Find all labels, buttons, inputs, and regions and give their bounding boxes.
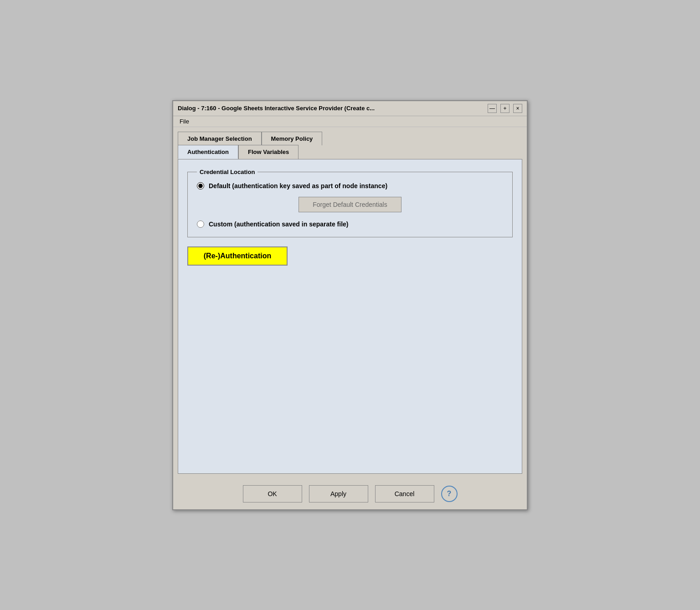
radio-option-default[interactable]: Default (authentication key saved as par… (197, 182, 503, 190)
title-bar-buttons: — + × (488, 104, 522, 113)
radio-default-label: Default (authentication key saved as par… (209, 182, 387, 190)
cancel-button[interactable]: Cancel (375, 485, 434, 502)
dialog-footer: OK Apply Cancel ? (173, 478, 527, 509)
fieldset-legend: Credential Location (197, 169, 257, 175)
dialog-window: Dialog - 7:160 - Google Sheets Interacti… (172, 100, 528, 510)
maximize-button[interactable]: + (500, 104, 510, 113)
radio-option-custom[interactable]: Custom (authentication saved in separate… (197, 220, 503, 228)
ok-button[interactable]: OK (243, 485, 302, 502)
tab-authentication[interactable]: Authentication (178, 145, 238, 159)
menu-bar: File (173, 116, 527, 127)
radio-custom-label: Custom (authentication saved in separate… (209, 220, 349, 228)
title-bar: Dialog - 7:160 - Google Sheets Interacti… (173, 101, 527, 116)
window-title: Dialog - 7:160 - Google Sheets Interacti… (178, 105, 375, 112)
close-button[interactable]: × (513, 104, 522, 113)
file-menu[interactable]: File (178, 117, 191, 126)
credential-location-fieldset: Credential Location Default (authenticat… (187, 169, 513, 237)
tab-job-manager-selection[interactable]: Job Manager Selection (178, 132, 262, 145)
tab-panel-authentication: Credential Location Default (authenticat… (178, 159, 522, 474)
radio-custom[interactable] (197, 220, 204, 228)
tab-row-2: Authentication Flow Variables (178, 145, 522, 159)
dialog-content: Job Manager Selection Memory Policy Auth… (173, 127, 527, 478)
tab-flow-variables[interactable]: Flow Variables (238, 145, 299, 159)
reauth-button[interactable]: (Re-)Authentication (187, 246, 288, 266)
tab-memory-policy[interactable]: Memory Policy (262, 132, 323, 145)
radio-default[interactable] (197, 182, 204, 190)
forget-credentials-button[interactable]: Forget Default Credentials (299, 197, 401, 212)
apply-button[interactable]: Apply (309, 485, 368, 502)
minimize-button[interactable]: — (488, 104, 497, 113)
tab-row-1: Job Manager Selection Memory Policy (178, 132, 522, 145)
help-button[interactable]: ? (441, 486, 458, 502)
tab-container: Job Manager Selection Memory Policy Auth… (178, 132, 522, 474)
